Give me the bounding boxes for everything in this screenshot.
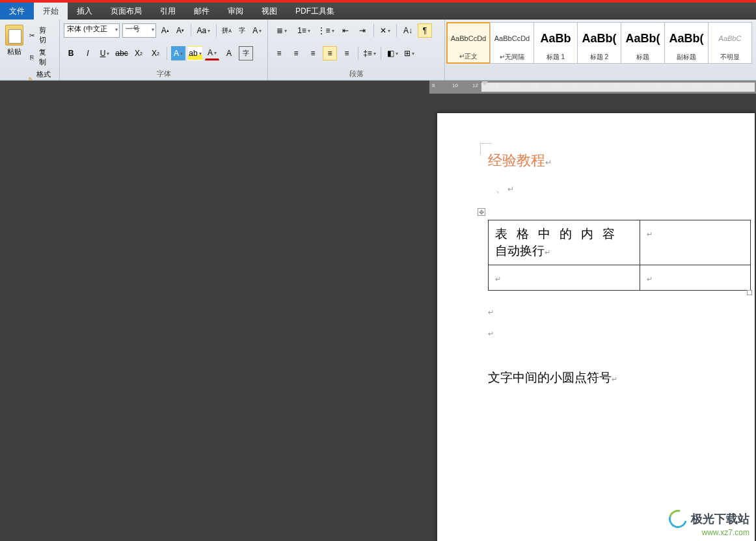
ruler-number: 38 [735, 83, 740, 88]
style-preview: AaBb [540, 24, 571, 53]
table-row[interactable]: ↵ ↵ [489, 265, 751, 291]
ruler-number: 14 [493, 83, 498, 88]
underline-button[interactable]: U [98, 46, 112, 60]
align-left-button[interactable]: ≡ [272, 46, 286, 60]
tab-insert[interactable]: 插入 [68, 3, 101, 20]
style-title[interactable]: AaBb( 标题 [621, 22, 665, 64]
align-center-button[interactable]: ≡ [289, 46, 303, 60]
text-effect-button[interactable]: A [171, 46, 185, 60]
grow-font-button[interactable]: A▴ [159, 23, 171, 38]
bold-button[interactable]: B [64, 46, 78, 60]
paste-label: 粘贴 [7, 47, 21, 57]
style-preview: AaBbC [719, 24, 742, 53]
table-cell[interactable]: ↵ [640, 220, 751, 265]
enclose-chars-button[interactable]: 字 [236, 23, 248, 38]
tab-file[interactable]: 文件 [0, 3, 34, 20]
style-nospacing[interactable]: AaBbCcDd ↵无间隔 [490, 22, 534, 64]
style-label: ↵无间隔 [500, 53, 524, 62]
highlight-button[interactable]: ab [188, 46, 202, 60]
numbering-button[interactable]: 1≡ [294, 23, 314, 38]
tab-layout[interactable]: 页面布局 [101, 3, 151, 20]
font-group-label: 字体 [64, 68, 263, 79]
style-preview: AaBb( [669, 24, 704, 53]
group-paragraph: ≣ 1≡ ⋮≡ ⇤ ⇥ ✕ A↓ ¶ ≡ ≡ ≡ ≡ ≡ ‡≡ ◧ ⊞ 段落 [268, 20, 445, 80]
phonetic-guide-button[interactable]: 拼A [221, 23, 233, 38]
table-cell[interactable]: ↵ [489, 265, 640, 291]
clear-format-button[interactable]: A [251, 23, 263, 38]
font-name-value: 宋体 (中文正 [67, 25, 107, 33]
table-cell[interactable]: ↵ [640, 265, 751, 291]
document-table[interactable]: 表格中的内容 自动换行↵ ↵ ↵ ↵ [488, 220, 751, 291]
page-area[interactable]: 经验教程↵ 、 ↵ ✥ 表格中的内容 自动换行↵ ↵ ↵ ↵ [429, 94, 756, 541]
cut-label: 剪切 [39, 25, 53, 45]
indent-dec-button[interactable]: ⇤ [338, 23, 353, 38]
shrink-font-button[interactable]: A▾ [174, 23, 186, 38]
doc-title[interactable]: 经验教程↵ [488, 151, 746, 170]
ruler-number: 36 [714, 83, 720, 88]
style-preview: AaBb( [582, 24, 617, 53]
body-text[interactable]: 文字中间的小圆点符号↵ [488, 369, 746, 386]
left-gray-pane [0, 81, 429, 541]
margin-corner-icon [480, 143, 492, 155]
indent-inc-button[interactable]: ⇥ [355, 23, 370, 38]
italic-button[interactable]: I [81, 46, 95, 60]
font-size-select[interactable]: 一号▾ [122, 23, 156, 38]
style-label: 标题 2 [590, 53, 608, 62]
style-label: 副标题 [677, 53, 696, 62]
paste-icon [5, 25, 23, 46]
align-distribute-button[interactable]: ≡ [340, 46, 354, 60]
table-anchor-icon[interactable]: ✥ [478, 208, 485, 216]
ruler-number: 10 [452, 83, 458, 88]
group-styles: AaBbCcDd ↵正文 AaBbCcDd ↵无间隔 AaBb 标题 1 AaB… [445, 20, 756, 80]
tab-view[interactable]: 视图 [252, 3, 286, 20]
tab-home[interactable]: 开始 [34, 3, 68, 20]
workspace: 8101214161820222426283032343638 经验教程↵ 、 … [0, 81, 756, 541]
borders-button[interactable]: ⊞ [402, 46, 416, 60]
table-resize-handle[interactable] [747, 290, 752, 295]
style-label: ↵正文 [459, 52, 478, 61]
line-spacing-button[interactable]: ✕ [378, 23, 392, 38]
document-page[interactable]: 经验教程↵ 、 ↵ ✥ 表格中的内容 自动换行↵ ↵ ↵ ↵ [437, 113, 755, 541]
style-label: 标题 1 [547, 53, 565, 62]
style-heading1[interactable]: AaBb 标题 1 [533, 22, 578, 64]
table-cell[interactable]: 表格中的内容 自动换行↵ [489, 220, 640, 265]
style-label: 不明显 [720, 53, 740, 62]
style-subtitle[interactable]: AaBb( 副标题 [664, 22, 709, 64]
tab-review[interactable]: 审阅 [219, 3, 252, 20]
line-spacing2-button[interactable]: ‡≡ [362, 46, 377, 60]
bullets-button[interactable]: ≣ [272, 23, 291, 38]
show-marks-button[interactable]: ¶ [418, 23, 432, 38]
tab-references[interactable]: 引用 [151, 3, 185, 20]
font-name-select[interactable]: 宋体 (中文正▾ [64, 23, 120, 38]
copy-button[interactable]: ⎘复制 [26, 47, 54, 68]
change-case-button[interactable]: Aa [195, 23, 212, 38]
strike-button[interactable]: abc [115, 46, 129, 60]
horizontal-ruler[interactable]: 8101214161820222426283032343638 [429, 81, 756, 94]
align-right-button[interactable]: ≡ [306, 46, 320, 60]
char-border-button[interactable]: 字 [239, 46, 253, 60]
style-normal[interactable]: AaBbCcDd ↵正文 [446, 22, 491, 64]
char-shading-button[interactable]: A [222, 46, 236, 60]
tab-pdf[interactable]: PDF工具集 [286, 3, 344, 20]
scissors-icon: ✂ [27, 31, 36, 40]
multilevel-button[interactable]: ⋮≡ [316, 23, 336, 38]
style-subtle[interactable]: AaBbC 不明显 [708, 22, 752, 64]
superscript-button[interactable]: X2 [148, 46, 163, 60]
ruler-number: 20 [553, 83, 559, 88]
align-justify-button[interactable]: ≡ [323, 46, 337, 60]
font-color-button[interactable]: A [205, 46, 219, 60]
ruler-number: 34 [694, 83, 700, 88]
sort-button[interactable]: A↓ [401, 23, 415, 38]
tab-mail[interactable]: 邮件 [185, 3, 219, 20]
cell-text: 自动换行 [495, 244, 545, 257]
indent-marker-icon[interactable] [481, 81, 488, 85]
bullet-mark[interactable]: 、 ↵ [496, 183, 746, 195]
shading-button[interactable]: ◧ [385, 46, 399, 60]
table-row[interactable]: 表格中的内容 自动换行↵ ↵ [489, 220, 751, 265]
style-heading2[interactable]: AaBb( 标题 2 [577, 22, 621, 64]
cell-text: 表格中的内容 [495, 226, 633, 243]
cut-button[interactable]: ✂剪切 [26, 25, 54, 46]
subscript-button[interactable]: X2 [131, 46, 146, 60]
ruler-number: 26 [614, 83, 619, 88]
ruler-number: 22 [573, 83, 579, 88]
